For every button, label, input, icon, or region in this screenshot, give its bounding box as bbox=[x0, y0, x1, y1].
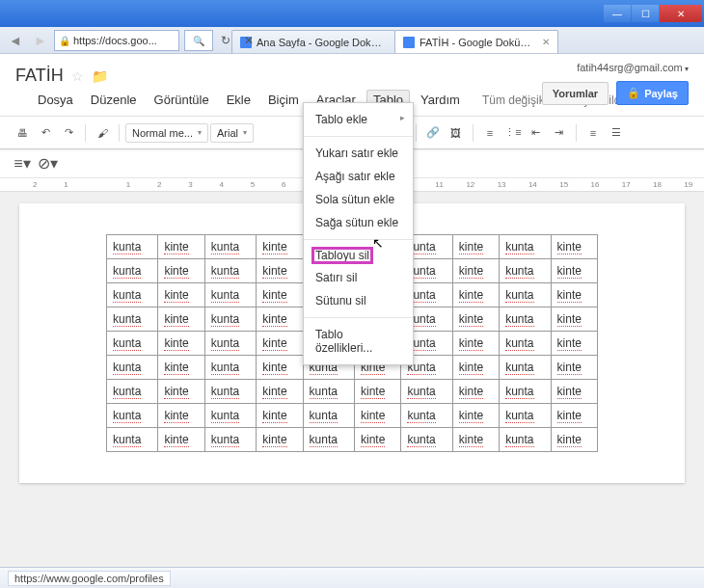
link-icon[interactable]: 🔗 bbox=[422, 122, 444, 144]
table-cell[interactable]: kunta bbox=[204, 428, 256, 452]
table-cell[interactable]: kunta bbox=[204, 235, 256, 259]
table-cell[interactable]: kinte bbox=[158, 259, 204, 283]
table-cell[interactable]: kinte bbox=[257, 380, 303, 404]
table-cell[interactable]: kinte bbox=[257, 259, 303, 283]
menu-row-below[interactable]: Aşağı satır ekle bbox=[304, 165, 413, 188]
table-cell[interactable]: kunta bbox=[303, 380, 354, 404]
table-cell[interactable]: kunta bbox=[107, 259, 158, 283]
star-icon[interactable]: ☆ bbox=[71, 68, 84, 84]
share-button[interactable]: 🔒 Paylaş bbox=[616, 81, 689, 105]
table-cell[interactable]: kinte bbox=[452, 380, 499, 404]
table-cell[interactable]: kinte bbox=[452, 356, 499, 380]
table-cell[interactable]: kinte bbox=[257, 332, 303, 356]
table-cell[interactable]: kunta bbox=[107, 356, 158, 380]
undo-icon[interactable]: ↶ bbox=[35, 122, 56, 144]
table-cell[interactable]: kinte bbox=[355, 428, 401, 452]
table-cell[interactable]: kunta bbox=[500, 332, 551, 356]
table-cell[interactable]: kinte bbox=[551, 283, 597, 307]
table-cell[interactable]: kinte bbox=[551, 356, 597, 380]
bulleted-list-icon[interactable]: ⋮≡ bbox=[502, 122, 524, 144]
browser-search-box[interactable]: 🔍 bbox=[184, 30, 213, 51]
table-cell[interactable]: kunta bbox=[107, 235, 158, 259]
table-cell[interactable]: kinte bbox=[257, 307, 303, 332]
table-cell[interactable]: kinte bbox=[551, 332, 597, 356]
table-cell[interactable]: kunta bbox=[303, 428, 354, 452]
doc-title[interactable]: FATİH bbox=[15, 66, 64, 86]
table-cell[interactable]: kinte bbox=[452, 283, 499, 307]
line-spacing-icon[interactable]: ≡▾ bbox=[12, 153, 33, 174]
menu-delete-col[interactable]: Sütunu sil bbox=[304, 289, 413, 312]
table-cell[interactable]: kunta bbox=[107, 428, 158, 452]
table-cell[interactable]: kinte bbox=[452, 428, 499, 452]
menu-goruntule[interactable]: Görüntüle bbox=[148, 90, 216, 110]
table-cell[interactable]: kinte bbox=[452, 235, 499, 259]
table-cell[interactable]: kinte bbox=[158, 404, 204, 428]
table-cell[interactable]: kunta bbox=[204, 307, 256, 332]
forward-button[interactable]: ► bbox=[29, 29, 52, 52]
table-cell[interactable]: kunta bbox=[500, 259, 551, 283]
table-cell[interactable]: kunta bbox=[500, 235, 551, 259]
menu-ekle[interactable]: Ekle bbox=[220, 90, 257, 110]
clear-format-icon[interactable]: ⊘▾ bbox=[37, 153, 58, 174]
table-cell[interactable]: kinte bbox=[551, 428, 597, 452]
table-cell[interactable]: kinte bbox=[257, 428, 303, 452]
menu-bicim[interactable]: Biçim bbox=[261, 90, 306, 110]
table-cell[interactable]: kunta bbox=[204, 283, 256, 307]
table-cell[interactable]: kinte bbox=[158, 380, 204, 404]
table-cell[interactable]: kinte bbox=[452, 332, 499, 356]
font-select[interactable]: Arial bbox=[210, 123, 254, 143]
table-cell[interactable]: kinte bbox=[355, 404, 401, 428]
table-cell[interactable]: kunta bbox=[401, 428, 452, 452]
indent-decrease-icon[interactable]: ⇤ bbox=[526, 122, 547, 144]
table-cell[interactable]: kunta bbox=[107, 307, 158, 332]
table-cell[interactable]: kunta bbox=[107, 332, 158, 356]
table-cell[interactable]: kinte bbox=[452, 404, 499, 428]
tab-fatih[interactable]: FATİH - Google Dokümanlar ✕ bbox=[394, 30, 558, 53]
address-bar[interactable]: 🔒 https://docs.goo... bbox=[54, 30, 179, 51]
table-cell[interactable]: kinte bbox=[551, 235, 597, 259]
table-cell[interactable]: kinte bbox=[551, 404, 597, 428]
table-cell[interactable]: kunta bbox=[204, 404, 256, 428]
table-cell[interactable]: kinte bbox=[551, 307, 597, 332]
user-email[interactable]: fatih44srg@gmail.com bbox=[577, 62, 689, 73]
table-cell[interactable]: kinte bbox=[257, 283, 303, 307]
table-cell[interactable]: kinte bbox=[551, 380, 597, 404]
align-justify-icon[interactable]: ☰ bbox=[606, 122, 627, 144]
table-cell[interactable]: kinte bbox=[257, 356, 303, 380]
table-cell[interactable]: kinte bbox=[452, 307, 499, 332]
table-cell[interactable]: kunta bbox=[500, 404, 551, 428]
table-cell[interactable]: kinte bbox=[452, 259, 499, 283]
window-minimize-button[interactable]: — bbox=[604, 5, 631, 22]
table-cell[interactable]: kunta bbox=[500, 380, 551, 404]
table-cell[interactable]: kunta bbox=[204, 259, 256, 283]
table-cell[interactable]: kunta bbox=[401, 404, 452, 428]
table-cell[interactable]: kinte bbox=[158, 332, 204, 356]
image-icon[interactable]: 🖼 bbox=[446, 122, 467, 144]
table-cell[interactable]: kinte bbox=[257, 235, 303, 259]
stop-icon[interactable]: ✕ bbox=[239, 31, 258, 50]
table-cell[interactable]: kinte bbox=[355, 380, 401, 404]
refresh-icon[interactable]: ↻ bbox=[216, 31, 235, 50]
menu-row-above[interactable]: Yukarı satır ekle bbox=[304, 142, 413, 165]
table-cell[interactable]: kinte bbox=[158, 428, 204, 452]
back-button[interactable]: ◄ bbox=[4, 29, 27, 52]
table-cell[interactable]: kunta bbox=[303, 404, 354, 428]
table-cell[interactable]: kunta bbox=[204, 356, 256, 380]
table-cell[interactable]: kunta bbox=[204, 332, 256, 356]
menu-delete-row[interactable]: Satırı sil bbox=[304, 266, 413, 289]
menu-delete-table[interactable]: Tabloyu sil bbox=[311, 247, 373, 264]
table-cell[interactable]: kinte bbox=[158, 235, 204, 259]
numbered-list-icon[interactable]: ≡ bbox=[479, 122, 501, 144]
menu-col-right[interactable]: Sağa sütun ekle bbox=[304, 211, 413, 234]
table-cell[interactable]: kinte bbox=[257, 404, 303, 428]
menu-duzenle[interactable]: Düzenle bbox=[84, 90, 144, 110]
table-cell[interactable]: kinte bbox=[551, 259, 597, 283]
tab-close-icon[interactable]: ✕ bbox=[542, 37, 550, 47]
menu-table-properties[interactable]: Tablo özellikleri... bbox=[304, 323, 413, 360]
table-cell[interactable]: kunta bbox=[500, 307, 551, 332]
table-cell[interactable]: kunta bbox=[500, 283, 551, 307]
table-cell[interactable]: kunta bbox=[107, 380, 158, 404]
window-close-button[interactable]: ✕ bbox=[660, 5, 702, 22]
redo-icon[interactable]: ↷ bbox=[58, 122, 79, 144]
folder-icon[interactable]: 📁 bbox=[92, 68, 108, 84]
